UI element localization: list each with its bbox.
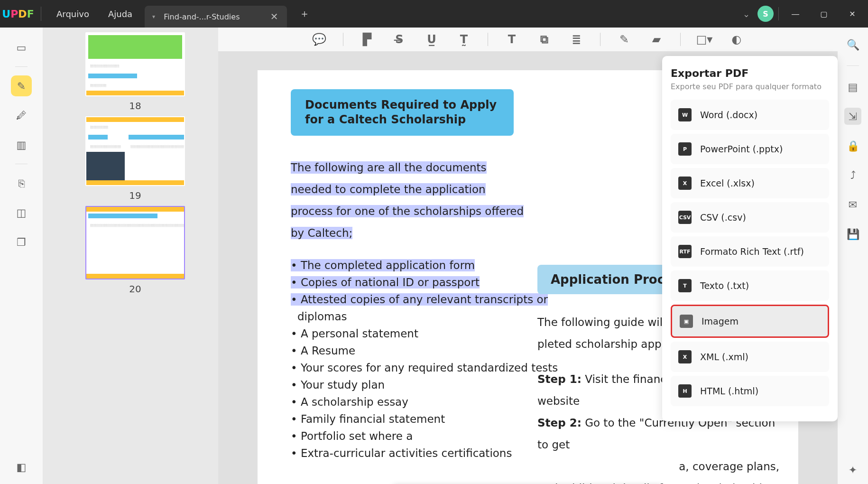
thumbnail-19[interactable]: ░░░░░░░░░░░░░░░░░░░░░░░░░░░░░░░░░░░░░░░░…	[76, 116, 194, 201]
title-bar: UPDF Arquivo Ajuda ▾ Find-and-...r-Studi…	[0, 0, 868, 28]
section-heading: Documents Required to Apply for a Caltec…	[291, 89, 514, 136]
export-option[interactable]: TTexto (.txt)	[671, 270, 829, 301]
tab-label: Find-and-...r-Studies	[164, 12, 263, 21]
format-label: Excel (.xlsx)	[700, 178, 755, 188]
ocr-icon[interactable]: ▤	[844, 78, 861, 95]
export-option[interactable]: XXML (.xml)	[671, 342, 829, 372]
eraser-icon[interactable]: ▰	[648, 31, 665, 48]
right-rail: 🔍 ▤ ⇲ 🔒 ⤴ ✉ 💾 ✦ 💭	[838, 28, 868, 484]
save-icon[interactable]: 💾	[844, 225, 861, 242]
export-option[interactable]: PPowerPoint (.pptx)	[671, 134, 829, 164]
chevron-down-icon: ▾	[152, 13, 155, 20]
search-icon[interactable]: 🔍	[844, 36, 861, 53]
edit-text-icon[interactable]: 🖉	[11, 105, 32, 126]
divider	[680, 33, 681, 46]
export-option[interactable]: RTFFormato Rich Text (.rtf)	[671, 236, 829, 267]
format-icon: P	[678, 142, 692, 156]
menu-ajuda[interactable]: Ajuda	[102, 5, 139, 23]
reader-mode-icon[interactable]: ▭	[11, 37, 32, 58]
shape-icon[interactable]: □▾	[696, 31, 713, 48]
thumbnail-20[interactable]: ░░░░░░░░░░░░░░░░░░░░░░░░░░░░░░░░░░░░░░░░…	[76, 206, 194, 295]
comment-icon[interactable]: 💬	[311, 31, 328, 48]
export-icon[interactable]: ⇲	[844, 108, 861, 125]
annotate-icon[interactable]: ✎	[11, 75, 32, 96]
annotation-toolbar: 💬 ▛ S̶ U̲ T̰ T ⧉ ≣ ✎ ▰ □▾ ◐	[218, 28, 838, 51]
format-icon: ▣	[680, 315, 693, 328]
thumb-number: 19	[129, 190, 141, 201]
squiggly-icon[interactable]: T̰	[455, 31, 472, 48]
close-window-button[interactable]: ✕	[840, 4, 864, 23]
paragraph: The following are all the documents need…	[291, 157, 528, 244]
ai-icon[interactable]: ✦	[844, 461, 861, 478]
pencil-icon[interactable]: ✎	[616, 31, 633, 48]
format-label: HTML (.html)	[700, 386, 758, 396]
avatar[interactable]: S	[757, 6, 774, 22]
organize-pages-icon[interactable]: ⎘	[11, 173, 32, 194]
stamp-icon[interactable]: ◐	[728, 31, 745, 48]
format-label: XML (.xml)	[700, 352, 748, 362]
layers-icon[interactable]: ◧	[11, 456, 32, 477]
strikethrough-icon[interactable]: S̶	[391, 31, 408, 48]
close-tab-icon[interactable]: ✕	[269, 11, 279, 22]
export-option[interactable]: XExcel (.xlsx)	[671, 168, 829, 198]
add-tab-button[interactable]: ＋	[299, 7, 310, 21]
export-option[interactable]: WWord (.docx)	[671, 100, 829, 130]
share-icon[interactable]: ⤴	[844, 167, 861, 184]
export-option[interactable]: ▣Imagem	[671, 305, 829, 338]
underline-icon[interactable]: U̲	[423, 31, 440, 48]
format-label: PowerPoint (.pptx)	[700, 144, 783, 154]
page-layout-icon[interactable]: ▥	[11, 134, 32, 155]
format-icon: CSV	[678, 211, 692, 224]
protect-icon[interactable]: 🔒	[844, 137, 861, 154]
textbox-icon[interactable]: ⧉	[536, 31, 553, 48]
content-area: ▭ ✎ 🖉 ▥ ⎘ ◫ ❐ ◧ 🔖 ░░░░░░░░░░░░░░░░░░░░░░…	[0, 28, 868, 484]
export-option[interactable]: HHTML (.html)	[671, 376, 829, 406]
app-window: UPDF Arquivo Ajuda ▾ Find-and-...r-Studi…	[0, 0, 868, 484]
format-icon: X	[678, 177, 692, 190]
export-option[interactable]: CSVCSV (.csv)	[671, 202, 829, 233]
format-label: CSV (.csv)	[700, 212, 746, 223]
divider	[847, 65, 859, 66]
minimize-button[interactable]: ―	[784, 4, 807, 23]
divider	[778, 7, 779, 20]
format-label: Imagem	[702, 316, 739, 326]
format-icon: T	[678, 279, 692, 292]
format-icon: W	[678, 108, 692, 121]
format-icon: H	[678, 384, 692, 398]
titlebar-right: ⌄ S ― ▢ ✕	[740, 4, 864, 23]
export-title: Exportar PDF	[671, 67, 829, 79]
note-icon[interactable]: ≣	[568, 31, 585, 48]
format-label: Texto (.txt)	[700, 280, 749, 291]
divider	[15, 164, 28, 164]
document-tab[interactable]: ▾ Find-and-...r-Studies ✕	[145, 6, 287, 28]
divider	[343, 33, 343, 46]
format-label: Word (.docx)	[700, 110, 757, 120]
divider	[488, 33, 488, 46]
maximize-button[interactable]: ▢	[812, 4, 836, 23]
export-subtitle: Exporte seu PDF para qualquer formato	[671, 82, 829, 91]
step-line: and additional details for each scholars…	[537, 477, 779, 484]
format-icon: RTF	[678, 245, 692, 258]
copy-icon[interactable]: ❐	[11, 232, 32, 252]
chevron-down-icon[interactable]: ⌄	[740, 6, 753, 22]
crop-icon[interactable]: ◫	[11, 202, 32, 223]
format-icon: X	[678, 350, 692, 363]
divider	[41, 7, 41, 21]
format-label: Formato Rich Text (.rtf)	[700, 246, 804, 257]
divider	[600, 33, 600, 46]
email-icon[interactable]: ✉	[844, 196, 861, 213]
updf-logo: UPDF	[4, 7, 32, 21]
divider	[15, 66, 28, 67]
text-icon[interactable]: T	[503, 31, 520, 48]
export-panel: Exportar PDF Exporte seu PDF para qualqu…	[662, 56, 838, 421]
left-rail: ▭ ✎ 🖉 ▥ ⎘ ◫ ❐ ◧ 🔖	[0, 28, 43, 484]
thumb-number: 18	[129, 100, 141, 112]
step-line: a, coverage plans,	[537, 456, 779, 477]
highlight-icon[interactable]: ▛	[359, 31, 376, 48]
thumb-number: 20	[129, 283, 141, 295]
menu-arquivo[interactable]: Arquivo	[50, 5, 96, 23]
thumbnail-18[interactable]: ░░░░░░░░░░░░░░░░░░░░░░░░░ 18	[76, 32, 194, 112]
thumbnail-panel: ░░░░░░░░░░░░░░░░░░░░░░░░░ 18 ░░░░░░░░░░░…	[43, 28, 218, 484]
